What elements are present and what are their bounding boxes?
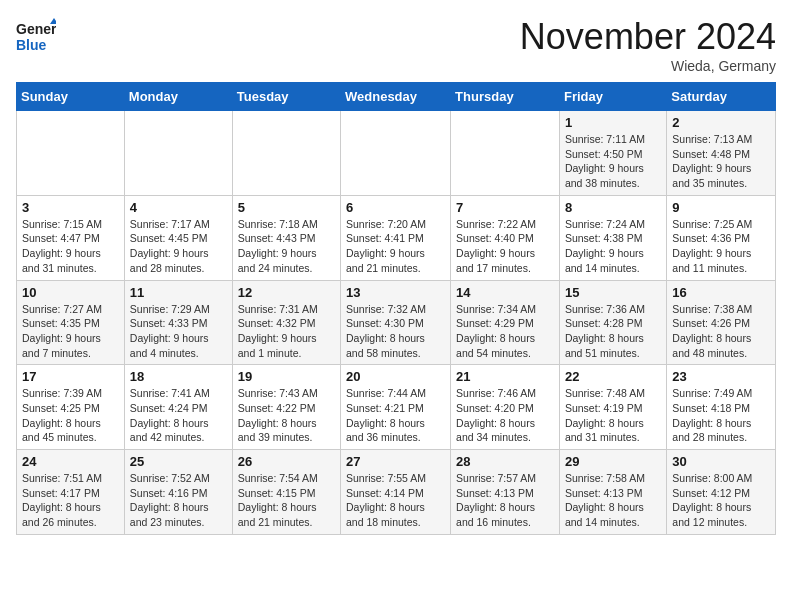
day-info: Sunrise: 7:57 AM Sunset: 4:13 PM Dayligh…: [456, 471, 554, 530]
day-info: Sunrise: 7:41 AM Sunset: 4:24 PM Dayligh…: [130, 386, 227, 445]
day-number: 25: [130, 454, 227, 469]
page-header: General Blue November 2024 Wieda, German…: [16, 16, 776, 74]
day-number: 13: [346, 285, 445, 300]
day-info: Sunrise: 7:38 AM Sunset: 4:26 PM Dayligh…: [672, 302, 770, 361]
day-info: Sunrise: 7:22 AM Sunset: 4:40 PM Dayligh…: [456, 217, 554, 276]
day-info: Sunrise: 7:32 AM Sunset: 4:30 PM Dayligh…: [346, 302, 445, 361]
day-number: 20: [346, 369, 445, 384]
day-cell: 3Sunrise: 7:15 AM Sunset: 4:47 PM Daylig…: [17, 195, 125, 280]
calendar-header: SundayMondayTuesdayWednesdayThursdayFrid…: [17, 83, 776, 111]
day-cell: 18Sunrise: 7:41 AM Sunset: 4:24 PM Dayli…: [124, 365, 232, 450]
location: Wieda, Germany: [520, 58, 776, 74]
month-title: November 2024: [520, 16, 776, 58]
day-headers-row: SundayMondayTuesdayWednesdayThursdayFrid…: [17, 83, 776, 111]
day-cell: 20Sunrise: 7:44 AM Sunset: 4:21 PM Dayli…: [341, 365, 451, 450]
week-row-5: 24Sunrise: 7:51 AM Sunset: 4:17 PM Dayli…: [17, 450, 776, 535]
day-cell: [232, 111, 340, 196]
day-info: Sunrise: 7:15 AM Sunset: 4:47 PM Dayligh…: [22, 217, 119, 276]
day-number: 11: [130, 285, 227, 300]
day-cell: 29Sunrise: 7:58 AM Sunset: 4:13 PM Dayli…: [559, 450, 666, 535]
day-header-friday: Friday: [559, 83, 666, 111]
day-cell: 7Sunrise: 7:22 AM Sunset: 4:40 PM Daylig…: [451, 195, 560, 280]
day-number: 23: [672, 369, 770, 384]
day-header-sunday: Sunday: [17, 83, 125, 111]
day-header-monday: Monday: [124, 83, 232, 111]
day-cell: 12Sunrise: 7:31 AM Sunset: 4:32 PM Dayli…: [232, 280, 340, 365]
day-header-thursday: Thursday: [451, 83, 560, 111]
day-cell: 19Sunrise: 7:43 AM Sunset: 4:22 PM Dayli…: [232, 365, 340, 450]
day-number: 21: [456, 369, 554, 384]
day-cell: 16Sunrise: 7:38 AM Sunset: 4:26 PM Dayli…: [667, 280, 776, 365]
day-cell: 8Sunrise: 7:24 AM Sunset: 4:38 PM Daylig…: [559, 195, 666, 280]
day-cell: 5Sunrise: 7:18 AM Sunset: 4:43 PM Daylig…: [232, 195, 340, 280]
day-number: 28: [456, 454, 554, 469]
day-cell: 27Sunrise: 7:55 AM Sunset: 4:14 PM Dayli…: [341, 450, 451, 535]
week-row-4: 17Sunrise: 7:39 AM Sunset: 4:25 PM Dayli…: [17, 365, 776, 450]
day-number: 29: [565, 454, 661, 469]
day-header-wednesday: Wednesday: [341, 83, 451, 111]
day-number: 24: [22, 454, 119, 469]
day-cell: 15Sunrise: 7:36 AM Sunset: 4:28 PM Dayli…: [559, 280, 666, 365]
day-number: 6: [346, 200, 445, 215]
day-info: Sunrise: 7:11 AM Sunset: 4:50 PM Dayligh…: [565, 132, 661, 191]
calendar-body: 1Sunrise: 7:11 AM Sunset: 4:50 PM Daylig…: [17, 111, 776, 535]
day-header-saturday: Saturday: [667, 83, 776, 111]
day-info: Sunrise: 7:25 AM Sunset: 4:36 PM Dayligh…: [672, 217, 770, 276]
day-cell: 10Sunrise: 7:27 AM Sunset: 4:35 PM Dayli…: [17, 280, 125, 365]
day-header-tuesday: Tuesday: [232, 83, 340, 111]
day-number: 27: [346, 454, 445, 469]
week-row-2: 3Sunrise: 7:15 AM Sunset: 4:47 PM Daylig…: [17, 195, 776, 280]
day-cell: 30Sunrise: 8:00 AM Sunset: 4:12 PM Dayli…: [667, 450, 776, 535]
day-number: 8: [565, 200, 661, 215]
day-number: 12: [238, 285, 335, 300]
day-number: 22: [565, 369, 661, 384]
title-block: November 2024 Wieda, Germany: [520, 16, 776, 74]
day-cell: 1Sunrise: 7:11 AM Sunset: 4:50 PM Daylig…: [559, 111, 666, 196]
day-cell: [17, 111, 125, 196]
day-number: 19: [238, 369, 335, 384]
day-info: Sunrise: 7:51 AM Sunset: 4:17 PM Dayligh…: [22, 471, 119, 530]
day-cell: 21Sunrise: 7:46 AM Sunset: 4:20 PM Dayli…: [451, 365, 560, 450]
day-info: Sunrise: 7:13 AM Sunset: 4:48 PM Dayligh…: [672, 132, 770, 191]
day-number: 26: [238, 454, 335, 469]
day-number: 3: [22, 200, 119, 215]
day-number: 2: [672, 115, 770, 130]
day-info: Sunrise: 7:34 AM Sunset: 4:29 PM Dayligh…: [456, 302, 554, 361]
week-row-1: 1Sunrise: 7:11 AM Sunset: 4:50 PM Daylig…: [17, 111, 776, 196]
day-cell: 17Sunrise: 7:39 AM Sunset: 4:25 PM Dayli…: [17, 365, 125, 450]
day-number: 16: [672, 285, 770, 300]
day-info: Sunrise: 7:58 AM Sunset: 4:13 PM Dayligh…: [565, 471, 661, 530]
day-info: Sunrise: 7:43 AM Sunset: 4:22 PM Dayligh…: [238, 386, 335, 445]
day-info: Sunrise: 7:54 AM Sunset: 4:15 PM Dayligh…: [238, 471, 335, 530]
day-info: Sunrise: 7:44 AM Sunset: 4:21 PM Dayligh…: [346, 386, 445, 445]
day-number: 15: [565, 285, 661, 300]
svg-text:Blue: Blue: [16, 37, 47, 53]
day-number: 30: [672, 454, 770, 469]
day-cell: 11Sunrise: 7:29 AM Sunset: 4:33 PM Dayli…: [124, 280, 232, 365]
logo: General Blue: [16, 16, 56, 56]
week-row-3: 10Sunrise: 7:27 AM Sunset: 4:35 PM Dayli…: [17, 280, 776, 365]
day-cell: 2Sunrise: 7:13 AM Sunset: 4:48 PM Daylig…: [667, 111, 776, 196]
day-cell: 4Sunrise: 7:17 AM Sunset: 4:45 PM Daylig…: [124, 195, 232, 280]
day-number: 18: [130, 369, 227, 384]
svg-text:General: General: [16, 21, 56, 37]
day-info: Sunrise: 7:46 AM Sunset: 4:20 PM Dayligh…: [456, 386, 554, 445]
day-cell: 22Sunrise: 7:48 AM Sunset: 4:19 PM Dayli…: [559, 365, 666, 450]
day-cell: [124, 111, 232, 196]
calendar-table: SundayMondayTuesdayWednesdayThursdayFrid…: [16, 82, 776, 535]
day-cell: [451, 111, 560, 196]
day-cell: 6Sunrise: 7:20 AM Sunset: 4:41 PM Daylig…: [341, 195, 451, 280]
day-number: 7: [456, 200, 554, 215]
day-info: Sunrise: 8:00 AM Sunset: 4:12 PM Dayligh…: [672, 471, 770, 530]
day-info: Sunrise: 7:48 AM Sunset: 4:19 PM Dayligh…: [565, 386, 661, 445]
logo-icon: General Blue: [16, 16, 56, 56]
day-cell: 13Sunrise: 7:32 AM Sunset: 4:30 PM Dayli…: [341, 280, 451, 365]
day-info: Sunrise: 7:49 AM Sunset: 4:18 PM Dayligh…: [672, 386, 770, 445]
day-cell: [341, 111, 451, 196]
day-cell: 24Sunrise: 7:51 AM Sunset: 4:17 PM Dayli…: [17, 450, 125, 535]
day-number: 5: [238, 200, 335, 215]
day-info: Sunrise: 7:39 AM Sunset: 4:25 PM Dayligh…: [22, 386, 119, 445]
day-info: Sunrise: 7:29 AM Sunset: 4:33 PM Dayligh…: [130, 302, 227, 361]
day-cell: 23Sunrise: 7:49 AM Sunset: 4:18 PM Dayli…: [667, 365, 776, 450]
day-cell: 25Sunrise: 7:52 AM Sunset: 4:16 PM Dayli…: [124, 450, 232, 535]
